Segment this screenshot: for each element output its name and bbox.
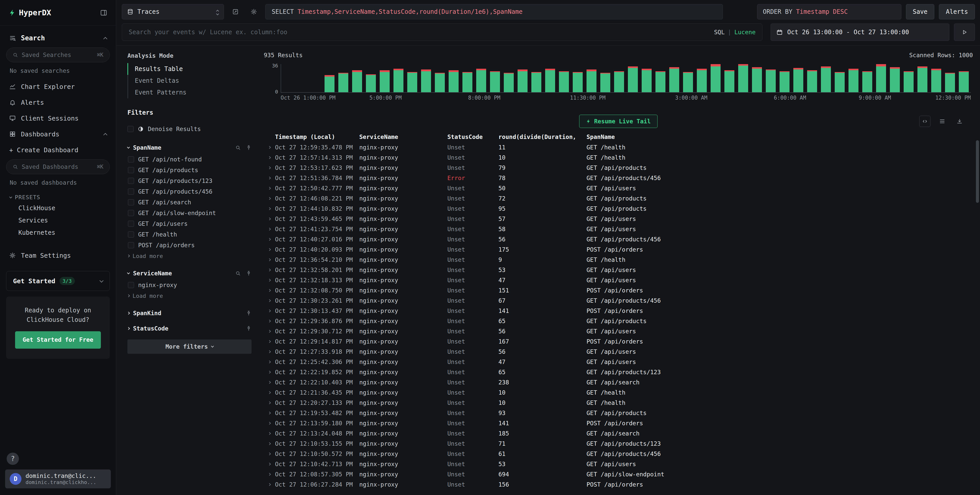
row-expand-icon[interactable] (264, 361, 275, 363)
row-expand-icon[interactable] (264, 484, 275, 485)
chart-bar[interactable] (612, 64, 626, 92)
get-started-free-button[interactable]: Get Started for Free (15, 331, 101, 349)
order-by-input[interactable]: ORDER BY Timestamp DESC (757, 4, 901, 19)
table-row[interactable]: Oct 27 12:59:35.478 PMnginx-proxyUnset11… (264, 142, 973, 153)
table-row[interactable]: Oct 27 12:21:36.435 PMnginx-proxyUnset10… (264, 387, 973, 398)
scrollbar-thumb[interactable] (976, 140, 979, 203)
table-row[interactable]: Oct 27 12:36:54.210 PMnginx-proxyUnset9G… (264, 255, 973, 265)
table-row[interactable]: Oct 27 12:30:23.261 PMnginx-proxyUnset67… (264, 296, 973, 306)
checkbox[interactable] (128, 156, 134, 162)
row-expand-icon[interactable] (264, 146, 275, 148)
col-timestamp[interactable]: Timestamp (Local) (275, 134, 359, 140)
more-filters-button[interactable]: More filters (127, 339, 251, 354)
table-row[interactable]: Oct 27 12:27:33.918 PMnginx-proxyUnset56… (264, 347, 973, 357)
row-expand-icon[interactable] (264, 392, 275, 393)
run-query-button[interactable] (954, 24, 975, 41)
row-expand-icon[interactable] (264, 259, 275, 261)
row-expand-icon[interactable] (264, 402, 275, 404)
sidebar-item-team-settings[interactable]: Team Settings (0, 247, 116, 263)
chart-bar[interactable] (488, 64, 502, 92)
table-row[interactable]: Oct 27 12:50:42.777 PMnginx-proxyUnset50… (264, 183, 973, 193)
row-expand-icon[interactable] (264, 208, 275, 210)
filter-option[interactable]: GET /api/products/456 (127, 186, 251, 197)
search-input[interactable]: Search your events w/ Lucene ex. column:… (122, 24, 762, 41)
row-expand-icon[interactable] (264, 218, 275, 220)
pin-icon[interactable] (246, 310, 251, 316)
row-expand-icon[interactable] (264, 330, 275, 332)
chart-bar[interactable] (737, 64, 750, 92)
chart-bar[interactable] (709, 64, 722, 92)
table-row[interactable]: Oct 27 12:41:23.754 PMnginx-proxyUnset58… (264, 224, 973, 234)
table-row[interactable]: Oct 27 12:57:14.313 PMnginx-proxyUnset10… (264, 153, 973, 163)
table-row[interactable]: Oct 27 12:20:27.133 PMnginx-proxyUnset10… (264, 398, 973, 408)
chart-plot[interactable] (281, 64, 971, 93)
chart-bar[interactable] (309, 64, 323, 92)
sidebar-item-chart-explorer[interactable]: Chart Explorer (0, 79, 116, 94)
table-row[interactable]: Oct 27 12:08:57.305 PMnginx-proxyUnset69… (264, 469, 973, 479)
mode-event-deltas[interactable]: Event Deltas (127, 75, 251, 87)
chevron-up-icon[interactable] (103, 37, 108, 41)
chart-bar[interactable] (929, 64, 943, 92)
row-expand-icon[interactable] (264, 290, 275, 291)
chart-bar[interactable] (819, 64, 833, 92)
table-row[interactable]: Oct 27 12:43:59.465 PMnginx-proxyUnset57… (264, 214, 973, 224)
checkbox[interactable] (128, 242, 134, 248)
table-row[interactable]: Oct 27 12:10:53.155 PMnginx-proxyUnset71… (264, 439, 973, 449)
pin-icon[interactable] (246, 145, 251, 150)
chart-bar[interactable] (667, 64, 681, 92)
get-started-card[interactable]: Get Started 3/3 (6, 271, 110, 291)
source-select[interactable]: Traces (122, 4, 224, 19)
row-expand-icon[interactable] (264, 197, 275, 199)
chart-bar[interactable] (654, 64, 667, 92)
download-icon[interactable] (954, 116, 965, 127)
chart-bar[interactable] (626, 64, 640, 92)
chart-bar[interactable] (515, 64, 529, 92)
row-expand-icon[interactable] (264, 453, 275, 455)
filter-group-statuscode[interactable]: StatusCode (127, 325, 251, 332)
save-button[interactable]: Save (906, 4, 935, 19)
chart-bar[interactable] (764, 64, 778, 92)
chart-bar[interactable] (571, 64, 584, 92)
filter-option[interactable]: GET /api/not-found (127, 154, 251, 165)
table-row[interactable]: Oct 27 12:29:36.876 PMnginx-proxyUnset65… (264, 316, 973, 326)
lang-toggle-lucene[interactable]: Lucene (734, 29, 756, 35)
table-row[interactable]: Oct 27 12:32:08.750 PMnginx-proxyUnset15… (264, 285, 973, 296)
checkbox[interactable] (128, 221, 134, 227)
table-row[interactable]: Oct 27 12:06:27.284 PMnginx-proxyUnset15… (264, 479, 973, 490)
chart-bar[interactable] (861, 64, 874, 92)
source-settings-gear-icon[interactable] (247, 4, 261, 19)
chart-bar[interactable] (336, 64, 350, 92)
user-menu[interactable]: D dominic.tran@clic... dominic.tran@clic… (5, 470, 111, 489)
saved-dashboards-input[interactable]: Saved Dashboards ⌘K (6, 159, 110, 174)
row-expand-icon[interactable] (264, 167, 275, 169)
filter-option[interactable]: GET /api/search (127, 197, 251, 208)
table-row[interactable]: Oct 27 12:25:42.306 PMnginx-proxyUnset47… (264, 357, 973, 367)
table-row[interactable]: Oct 27 12:46:08.221 PMnginx-proxyUnset72… (264, 193, 973, 204)
table-row[interactable]: Oct 27 12:32:58.201 PMnginx-proxyUnset53… (264, 265, 973, 275)
col-statuscode[interactable]: StatusCode (447, 134, 498, 140)
chart-bar[interactable] (916, 64, 929, 92)
checkbox[interactable] (128, 210, 134, 216)
row-expand-icon[interactable] (264, 269, 275, 271)
chart-bar[interactable] (695, 64, 709, 92)
row-expand-icon[interactable] (264, 433, 275, 435)
resume-live-tail-button[interactable]: Resume Live Tail (579, 115, 658, 128)
table-row[interactable]: Oct 27 12:53:17.623 PMnginx-proxyUnset79… (264, 163, 973, 173)
row-expand-icon[interactable] (264, 371, 275, 373)
checkbox[interactable] (128, 199, 134, 205)
row-expand-icon[interactable] (264, 310, 275, 312)
chart-bar[interactable] (792, 64, 805, 92)
col-servicename[interactable]: ServiceName (359, 134, 447, 140)
row-expand-icon[interactable] (264, 412, 275, 414)
chart-bar[interactable] (874, 64, 888, 92)
chart-bar[interactable] (847, 64, 861, 92)
table-row[interactable]: Oct 27 12:10:42.713 PMnginx-proxyUnset53… (264, 459, 973, 469)
sidebar-item-alerts[interactable]: Alerts (0, 94, 116, 110)
checkbox[interactable] (127, 126, 134, 132)
edit-source-icon[interactable] (229, 4, 242, 19)
preset-item-clickhouse[interactable]: ClickHouse (0, 202, 116, 214)
row-expand-icon[interactable] (264, 299, 275, 302)
chart-bar[interactable] (474, 64, 488, 92)
chart-bar[interactable] (543, 64, 557, 92)
chart-bar[interactable] (902, 64, 916, 92)
